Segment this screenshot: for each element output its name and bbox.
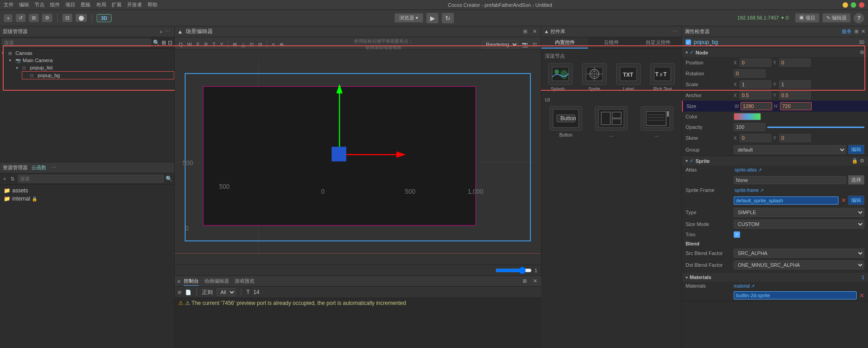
render-node-richtext[interactable]: T x T Rich Text: [647, 63, 678, 92]
scale-x-input[interactable]: [740, 80, 771, 88]
sprite-section-gear[interactable]: ⚙: [860, 158, 864, 164]
ui-node-button[interactable]: Button Button: [545, 106, 587, 137]
console-tab-preview[interactable]: 游戏预览: [235, 277, 255, 286]
sprite-frame-link[interactable]: sprite-frame ↗: [735, 188, 764, 193]
opacity-slider[interactable]: [767, 127, 864, 128]
node-active-checkbox[interactable]: ✓: [686, 39, 691, 45]
asset-add-btn[interactable]: +: [2, 176, 7, 182]
prop-section-sprite-header[interactable]: ▾ ✓ Sprite 🔒 ⚙: [682, 156, 868, 166]
dst-blend-select[interactable]: ONE_MINUS_SRC_ALPHA: [734, 260, 864, 270]
browser-btn[interactable]: 浏览器 ▾: [394, 13, 423, 23]
layer-sort-icon[interactable]: ⊡: [168, 39, 172, 46]
position-x-input[interactable]: [740, 59, 771, 67]
comp-tab-builtin[interactable]: 内置控件: [541, 37, 588, 49]
src-blend-select[interactable]: SRC_ALPHA: [734, 249, 864, 258]
anchor-y-input[interactable]: [779, 91, 811, 99]
move-btn[interactable]: ⊞: [29, 14, 39, 22]
layer-filter-icon[interactable]: ⊞: [162, 39, 166, 46]
prop-section-node-header[interactable]: ▾ ✓ Node ⚙: [682, 48, 868, 57]
sprite-frame-input[interactable]: [734, 196, 839, 205]
material-input[interactable]: [734, 291, 857, 299]
3d-mode-btn[interactable]: 3D: [97, 14, 111, 22]
sprite-frame-clear-btn[interactable]: ✕: [841, 197, 846, 204]
layer-add-btn[interactable]: +: [158, 29, 164, 35]
group-select[interactable]: default: [734, 145, 846, 154]
prop-services-label[interactable]: 服务: [842, 28, 852, 35]
scene-fullscreen-btn[interactable]: ⊡: [531, 41, 538, 48]
node-section-gear[interactable]: ⚙: [860, 49, 864, 55]
scene-tool-r[interactable]: R: [203, 41, 209, 48]
refresh-scene-btn[interactable]: ↻: [441, 13, 454, 24]
project-btn[interactable]: ▣ 项目: [795, 13, 819, 23]
asset-item-assets[interactable]: 📁 assets: [2, 186, 172, 195]
size-w-input[interactable]: [740, 102, 772, 110]
atlas-select-btn[interactable]: 选择: [848, 175, 864, 185]
menu-item-project[interactable]: 项目: [65, 1, 75, 8]
render-node-label[interactable]: TXT Label: [613, 63, 644, 92]
ui-node-layout[interactable]: ...: [590, 106, 632, 137]
tree-item-main-camera[interactable]: ▾ 📷 Main Camera: [7, 57, 174, 64]
scene-snap-btn[interactable]: △: [240, 41, 246, 48]
console-tab-animation[interactable]: 动画编辑器: [204, 277, 229, 286]
help-btn[interactable]: ?: [853, 13, 864, 24]
editor-btn[interactable]: ✎ 编辑器: [822, 13, 851, 23]
scene-canvas-area[interactable]: 500 0 500 1,000 500 0: [175, 50, 541, 265]
scene-render-mode-select[interactable]: Rendering: [482, 40, 519, 49]
scene-align-btn[interactable]: ⊡: [248, 41, 255, 48]
rec-btn[interactable]: ⬤: [75, 14, 87, 22]
prop-close-icon[interactable]: ✕: [861, 29, 865, 34]
opacity-input[interactable]: [734, 123, 765, 131]
sprite-frame-edit-btn[interactable]: 编辑: [848, 196, 864, 205]
ui-node-scroll[interactable]: ...: [636, 106, 678, 137]
asset-item-internal[interactable]: 📁 internal 🔒: [2, 195, 172, 203]
menu-item-node[interactable]: 节点: [34, 1, 44, 8]
prop-maximize-icon[interactable]: ⊞: [854, 29, 858, 34]
menu-item-extend[interactable]: 扩展: [112, 1, 122, 8]
console-tab-console[interactable]: 控制台: [184, 277, 199, 286]
atlas-link[interactable]: sprite-atlas ↗: [735, 167, 762, 172]
asset-search-input[interactable]: [18, 175, 164, 183]
rotation-input[interactable]: [734, 69, 765, 78]
layer-settings-btn[interactable]: ⋯: [164, 28, 172, 35]
tree-item-popup-bg[interactable]: □ popup_bg: [22, 71, 174, 79]
menu-item-dev[interactable]: 开发者: [127, 1, 142, 8]
play-btn[interactable]: ▶: [426, 13, 439, 24]
type-select[interactable]: SIMPLE: [734, 208, 864, 217]
material-clear-btn[interactable]: ✕: [859, 292, 864, 299]
menu-item-help[interactable]: 帮助: [147, 1, 157, 8]
menu-item-file[interactable]: 文件: [4, 1, 14, 8]
stop-btn[interactable]: ⊟: [62, 14, 73, 22]
render-node-sprite[interactable]: Sprite: [579, 63, 609, 92]
skew-y-input[interactable]: [779, 134, 811, 142]
scene-zoom-slider[interactable]: [495, 267, 532, 274]
materials-header[interactable]: ▾ Materials 1: [682, 273, 868, 282]
scene-maximize-btn[interactable]: ⊞: [522, 28, 529, 35]
menu-item-layout[interactable]: 布局: [96, 1, 106, 8]
scene-tool-q[interactable]: Q: [177, 41, 184, 48]
size-h-input[interactable]: [780, 102, 812, 110]
scene-close-btn[interactable]: ✕: [531, 28, 538, 35]
cloud-functions-tab[interactable]: 云函数: [31, 164, 46, 171]
scene-grid-btn[interactable]: ⊞: [231, 41, 238, 48]
scene-more-btn[interactable]: ≡: [270, 41, 276, 48]
add-node-btn[interactable]: +: [4, 14, 13, 22]
atlas-input[interactable]: [734, 176, 846, 184]
scene-group-btn[interactable]: ⊟: [257, 41, 264, 48]
material-link[interactable]: material ↗: [734, 284, 755, 289]
menu-item-component[interactable]: 组件: [50, 1, 60, 8]
menu-item-board[interactable]: 图板: [81, 1, 91, 8]
scene-tool-w[interactable]: W: [186, 41, 193, 48]
position-y-input[interactable]: [779, 59, 811, 67]
console-clear-btn[interactable]: ⊘: [177, 289, 181, 295]
anchor-x-input[interactable]: [740, 91, 771, 99]
asset-sort-btn[interactable]: ⇅: [9, 176, 16, 182]
skew-x-input[interactable]: [740, 134, 771, 142]
settings-btn[interactable]: ⚙: [42, 14, 53, 22]
color-swatch[interactable]: [734, 113, 761, 120]
minimize-btn[interactable]: [843, 2, 848, 8]
refresh-btn[interactable]: ↺: [15, 14, 26, 22]
scene-camera-btn[interactable]: 📷: [520, 41, 530, 48]
maximize-btn[interactable]: [851, 2, 856, 8]
tree-item-canvas[interactable]: ▾ ⊙ Canvas: [0, 49, 174, 57]
comp-tab-cloud[interactable]: 云组件: [588, 37, 635, 49]
